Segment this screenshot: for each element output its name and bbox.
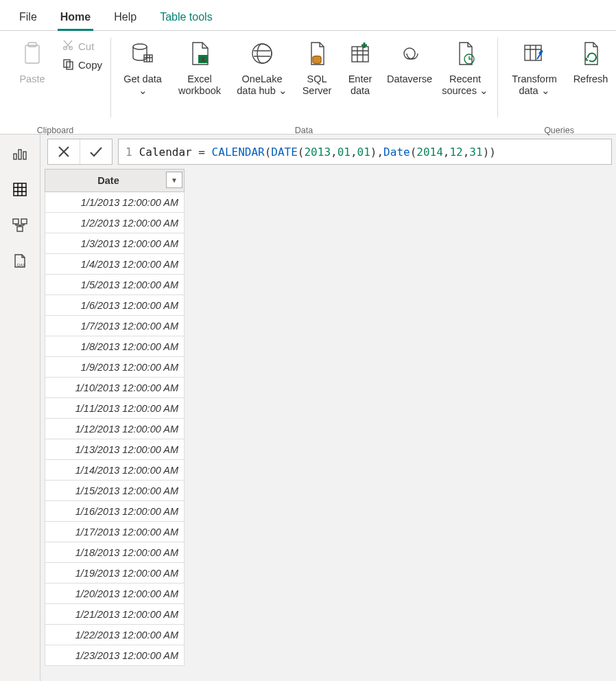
tab-table-tools[interactable]: Table tools [157, 7, 215, 30]
sql-icon [301, 38, 333, 69]
table-cell[interactable]: 1/20/2013 12:00:00 AM [45, 584, 185, 604]
column-header-date[interactable]: Date ▼ [45, 170, 185, 192]
svg-rect-0 [25, 45, 39, 63]
svg-rect-18 [14, 183, 26, 196]
table-cell[interactable]: 1/9/2013 12:00:00 AM [45, 357, 185, 378]
copy-icon [62, 58, 74, 72]
transform-icon [519, 38, 550, 69]
enter-data-icon [344, 38, 376, 69]
group-clipboard: Paste Cut Copy Clipboard [0, 31, 110, 138]
table-cell[interactable]: 1/19/2013 12:00:00 AM [45, 563, 185, 584]
table-cell[interactable]: 1/23/2013 12:00:00 AM [45, 645, 185, 666]
column-header-label: Date [97, 175, 119, 186]
table-cell[interactable]: 1/16/2013 12:00:00 AM [45, 501, 185, 522]
database-icon [127, 38, 158, 69]
svg-rect-17 [23, 152, 26, 159]
paste-button[interactable]: Paste [8, 35, 56, 85]
tab-file[interactable]: File [16, 7, 40, 30]
enter-data-button[interactable]: Enter data [342, 35, 378, 96]
table-cell[interactable]: 1/4/2013 12:00:00 AM [45, 254, 185, 275]
refresh-button[interactable]: Refresh [569, 35, 613, 96]
scissors-icon [62, 39, 74, 54]
group-data: Get data ⌄ X Excel workbook OneLake data… [110, 31, 497, 138]
cut-label: Cut [78, 41, 94, 52]
data-table: Date ▼ 1/1/2013 12:00:00 AM1/2/2013 12:0… [40, 169, 616, 666]
tab-home[interactable]: Home [58, 7, 93, 30]
chevron-down-icon: ⌄ [479, 85, 488, 96]
ribbon: Paste Cut Copy Clipboard Get data ⌄ [0, 31, 616, 135]
svg-rect-1 [28, 43, 36, 47]
table-cell[interactable]: 1/1/2013 12:00:00 AM [45, 192, 185, 213]
table-cell[interactable]: 1/12/2013 12:00:00 AM [45, 419, 185, 439]
refresh-label: Refresh [573, 73, 608, 85]
table-cell[interactable]: 1/18/2013 12:00:00 AM [45, 542, 185, 563]
svg-rect-12 [352, 47, 368, 62]
get-data-button[interactable]: Get data ⌄ [119, 35, 167, 96]
recent-sources-button[interactable]: Recent sources ⌄ [441, 35, 489, 96]
group-queries: Transform data ⌄ Refresh Queries [497, 31, 616, 138]
menu-tabs: File Home Help Table tools [0, 0, 616, 31]
column-filter-button[interactable]: ▼ [166, 172, 182, 188]
sql-server-button[interactable]: SQL Server [297, 35, 337, 96]
chevron-down-icon: ⌄ [139, 85, 147, 96]
x-icon [57, 145, 71, 159]
svg-rect-16 [19, 150, 21, 159]
table-cell[interactable]: 1/10/2013 12:00:00 AM [45, 378, 185, 398]
formula-bar: 1Calendar = CALENDAR(DATE(2013,01,01),Da… [40, 135, 616, 169]
excel-workbook-button[interactable]: X Excel workbook [172, 35, 227, 96]
report-view-icon[interactable] [10, 144, 29, 163]
cancel-formula-button[interactable] [48, 139, 80, 164]
content: DAX 1Calendar = CALENDAR(DATE(2013,01,01… [0, 135, 616, 681]
transform-data-button[interactable]: Transform data ⌄ [506, 35, 563, 96]
svg-rect-19 [13, 219, 19, 224]
get-data-label: Get data [123, 73, 162, 84]
data-view-icon[interactable] [10, 180, 29, 199]
model-view-icon[interactable] [10, 216, 29, 235]
group-data-label: Data [110, 126, 497, 135]
line-number: 1 [126, 146, 132, 159]
table-cell[interactable]: 1/5/2013 12:00:00 AM [45, 275, 185, 295]
main-area: 1Calendar = CALENDAR(DATE(2013,01,01),Da… [40, 135, 616, 681]
recent-label: Recent sources [442, 73, 481, 96]
chevron-down-icon: ⌄ [541, 85, 550, 96]
table-cell[interactable]: 1/11/2013 12:00:00 AM [45, 398, 185, 419]
table-cell[interactable]: 1/14/2013 12:00:00 AM [45, 460, 185, 481]
dax-view-icon[interactable]: DAX [10, 251, 29, 270]
commit-formula-button[interactable] [80, 139, 112, 164]
onelake-label: OneLake data hub [237, 73, 282, 96]
recent-icon [449, 38, 481, 69]
tab-help[interactable]: Help [111, 7, 139, 30]
onelake-icon [246, 38, 278, 69]
copy-label: Copy [78, 59, 102, 71]
sql-label: SQL Server [297, 73, 337, 96]
svg-point-6 [133, 44, 147, 49]
cut-button[interactable]: Cut [62, 39, 102, 54]
table-cell[interactable]: 1/17/2013 12:00:00 AM [45, 522, 185, 542]
table-cell[interactable]: 1/3/2013 12:00:00 AM [45, 233, 185, 254]
table-cell[interactable]: 1/21/2013 12:00:00 AM [45, 604, 185, 625]
table-cell[interactable]: 1/7/2013 12:00:00 AM [45, 316, 185, 336]
svg-rect-21 [17, 227, 23, 231]
paste-label: Paste [19, 73, 45, 85]
svg-text:DAX: DAX [17, 263, 25, 267]
dataverse-button[interactable]: Dataverse [383, 35, 436, 96]
excel-icon: X [184, 38, 215, 69]
dataverse-icon [394, 38, 425, 69]
table-cell[interactable]: 1/8/2013 12:00:00 AM [45, 336, 185, 357]
svg-text:X: X [201, 56, 205, 62]
svg-rect-7 [144, 55, 152, 62]
onelake-button[interactable]: OneLake data hub ⌄ [233, 35, 292, 96]
formula-input[interactable]: 1Calendar = CALENDAR(DATE(2013,01,01),Da… [118, 139, 612, 165]
table-cell[interactable]: 1/13/2013 12:00:00 AM [45, 439, 185, 460]
table-cell[interactable]: 1/6/2013 12:00:00 AM [45, 295, 185, 316]
table-cell[interactable]: 1/2/2013 12:00:00 AM [45, 213, 185, 233]
group-clipboard-label: Clipboard [0, 126, 110, 135]
svg-rect-14 [525, 45, 541, 60]
copy-button[interactable]: Copy [62, 58, 102, 72]
clipboard-icon [16, 38, 48, 69]
table-cell[interactable]: 1/15/2013 12:00:00 AM [45, 481, 185, 501]
dataverse-label: Dataverse [387, 73, 432, 85]
table-cell[interactable]: 1/22/2013 12:00:00 AM [45, 625, 185, 645]
check-icon [88, 145, 104, 159]
refresh-icon [575, 38, 606, 69]
